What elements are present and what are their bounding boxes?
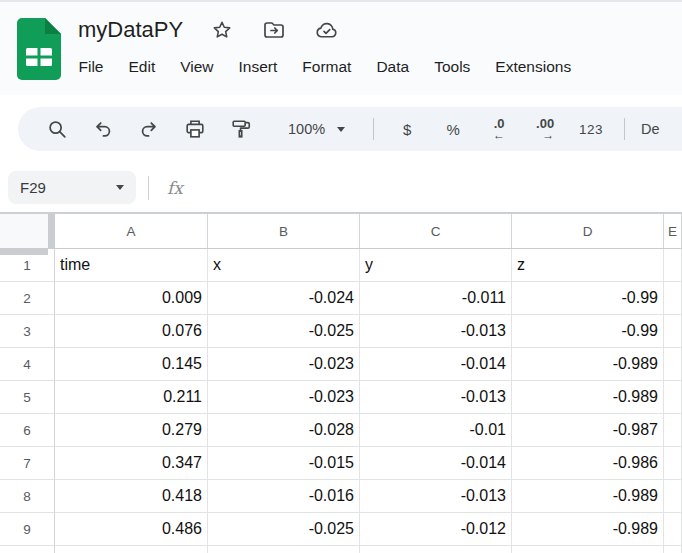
menu-file[interactable]: File xyxy=(66,54,116,80)
cell-C10[interactable]: -0.013 xyxy=(360,546,512,553)
star-button[interactable] xyxy=(209,17,235,43)
row-header-7[interactable]: 7 xyxy=(0,447,55,480)
cell-A1[interactable]: time xyxy=(55,249,208,282)
print-button[interactable] xyxy=(177,112,213,146)
cell-B8[interactable]: -0.016 xyxy=(208,480,360,513)
move-button[interactable] xyxy=(261,17,287,43)
undo-button[interactable] xyxy=(85,112,121,146)
decrease-decimal-button[interactable]: .0 ← xyxy=(481,112,517,146)
cell-E7[interactable] xyxy=(664,447,682,480)
cell-C3[interactable]: -0.013 xyxy=(360,315,512,348)
row-header-6[interactable]: 6 xyxy=(0,414,55,447)
format-currency-button[interactable]: $ xyxy=(389,112,425,146)
cell-C1[interactable]: y xyxy=(360,249,512,282)
cell-B3[interactable]: -0.025 xyxy=(208,315,360,348)
menu-format[interactable]: Format xyxy=(290,54,364,80)
row-header-9[interactable]: 9 xyxy=(0,513,55,546)
cell-D3[interactable]: -0.99 xyxy=(512,315,664,348)
cell-E3[interactable] xyxy=(664,315,682,348)
cell-B2[interactable]: -0.024 xyxy=(208,282,360,315)
cell-D8[interactable]: -0.989 xyxy=(512,480,664,513)
freeze-row-handle[interactable] xyxy=(0,249,48,255)
more-formats-button[interactable]: 123 xyxy=(573,112,609,146)
formula-input[interactable] xyxy=(193,163,682,212)
cell-C2[interactable]: -0.011 xyxy=(360,282,512,315)
row-header-3[interactable]: 3 xyxy=(0,315,55,348)
menu-edit[interactable]: Edit xyxy=(116,54,168,80)
cell-E5[interactable] xyxy=(664,381,682,414)
cell-B6[interactable]: -0.028 xyxy=(208,414,360,447)
column-header-row: ABCDE xyxy=(0,214,682,249)
cell-C6[interactable]: -0.01 xyxy=(360,414,512,447)
paint-format-button[interactable] xyxy=(223,112,259,146)
row-header-10[interactable]: 10 xyxy=(0,546,55,553)
cell-E2[interactable] xyxy=(664,282,682,315)
zoom-control[interactable]: 100% xyxy=(278,121,355,137)
cell-A9[interactable]: 0.486 xyxy=(55,513,208,546)
cell-B7[interactable]: -0.015 xyxy=(208,447,360,480)
name-box[interactable]: F29 xyxy=(8,171,136,204)
cell-A3[interactable]: 0.076 xyxy=(55,315,208,348)
column-header-b[interactable]: B xyxy=(208,214,360,248)
cell-E9[interactable] xyxy=(664,513,682,546)
cell-E1[interactable] xyxy=(664,249,682,282)
sheets-logo-icon[interactable] xyxy=(14,18,64,80)
cell-C4[interactable]: -0.014 xyxy=(360,348,512,381)
freeze-column-handle[interactable] xyxy=(48,214,55,248)
row-header-5[interactable]: 5 xyxy=(0,381,55,414)
cell-D1[interactable]: z xyxy=(512,249,664,282)
cell-B5[interactable]: -0.023 xyxy=(208,381,360,414)
menu-data[interactable]: Data xyxy=(364,54,422,80)
menu-tools[interactable]: Tools xyxy=(422,54,483,80)
cell-D9[interactable]: -0.989 xyxy=(512,513,664,546)
toolbar-divider xyxy=(624,118,625,140)
cell-A7[interactable]: 0.347 xyxy=(55,447,208,480)
cell-C9[interactable]: -0.012 xyxy=(360,513,512,546)
row-header-2[interactable]: 2 xyxy=(0,282,55,315)
column-header-e[interactable]: E xyxy=(664,214,682,248)
cell-D7[interactable]: -0.986 xyxy=(512,447,664,480)
cell-E6[interactable] xyxy=(664,414,682,447)
cell-C5[interactable]: -0.013 xyxy=(360,381,512,414)
cell-B1[interactable]: x xyxy=(208,249,360,282)
cell-A2[interactable]: 0.009 xyxy=(55,282,208,315)
cloud-save-status[interactable] xyxy=(313,17,339,43)
cell-E4[interactable] xyxy=(664,348,682,381)
cell-C7[interactable]: -0.014 xyxy=(360,447,512,480)
increase-decimal-button[interactable]: .00 → xyxy=(527,112,563,146)
cell-D10[interactable]: -0.99 xyxy=(512,546,664,553)
cell-E8[interactable] xyxy=(664,480,682,513)
format-percent-button[interactable]: % xyxy=(435,112,471,146)
document-title[interactable]: myDataPY xyxy=(78,17,183,43)
cell-A6[interactable]: 0.279 xyxy=(55,414,208,447)
search-button[interactable] xyxy=(39,112,75,146)
cell-A8[interactable]: 0.418 xyxy=(55,480,208,513)
font-family-control[interactable]: De xyxy=(641,121,660,137)
row-header-4[interactable]: 4 xyxy=(0,348,55,381)
cell-E10[interactable] xyxy=(664,546,682,553)
cell-C8[interactable]: -0.013 xyxy=(360,480,512,513)
menu-extensions[interactable]: Extensions xyxy=(483,54,584,80)
table-row: 80.418-0.016-0.013-0.989 xyxy=(0,480,682,513)
row-header-8[interactable]: 8 xyxy=(0,480,55,513)
cell-D2[interactable]: -0.99 xyxy=(512,282,664,315)
cell-D6[interactable]: -0.987 xyxy=(512,414,664,447)
table-row: 20.009-0.024-0.011-0.99 xyxy=(0,282,682,315)
table-row: 90.486-0.025-0.012-0.989 xyxy=(0,513,682,546)
select-all-corner[interactable] xyxy=(0,214,55,248)
redo-button[interactable] xyxy=(131,112,167,146)
cell-A10[interactable]: 0.552 xyxy=(55,546,208,553)
cell-A5[interactable]: 0.211 xyxy=(55,381,208,414)
cell-D5[interactable]: -0.989 xyxy=(512,381,664,414)
menu-view[interactable]: View xyxy=(168,54,226,80)
cell-B9[interactable]: -0.025 xyxy=(208,513,360,546)
menu-insert[interactable]: Insert xyxy=(226,54,290,80)
cell-B10[interactable]: -0.02 xyxy=(208,546,360,553)
column-header-d[interactable]: D xyxy=(512,214,664,248)
cell-A4[interactable]: 0.145 xyxy=(55,348,208,381)
column-header-c[interactable]: C xyxy=(360,214,512,248)
paint-roller-icon xyxy=(230,118,252,140)
cell-B4[interactable]: -0.023 xyxy=(208,348,360,381)
column-header-a[interactable]: A xyxy=(55,214,208,248)
cell-D4[interactable]: -0.989 xyxy=(512,348,664,381)
